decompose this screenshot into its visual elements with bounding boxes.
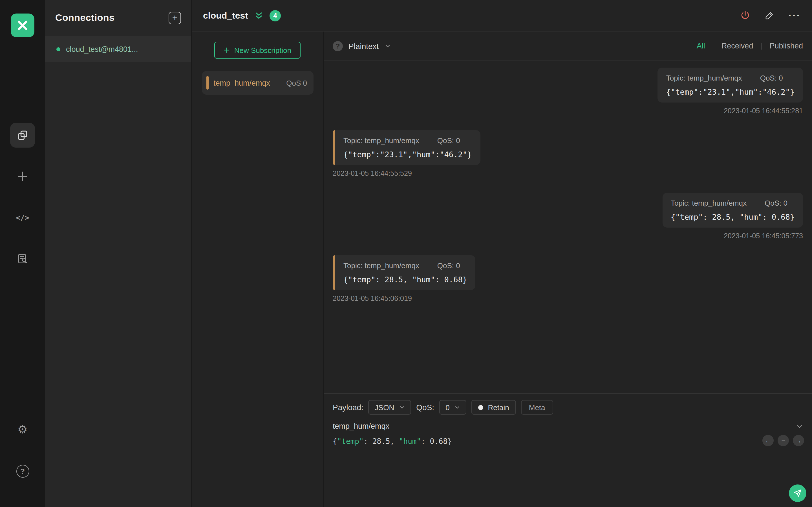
code-icon: </>: [16, 213, 29, 222]
qos-select[interactable]: 0: [439, 400, 466, 414]
retain-toggle[interactable]: Retain: [472, 400, 516, 414]
format-value: Plaintext: [349, 41, 378, 50]
publish-panel: Payload: JSON QoS: 0: [324, 393, 812, 507]
filter-all[interactable]: All: [697, 42, 705, 50]
double-chevron-down-icon: [254, 11, 263, 20]
message-timestamp: 2023-01-05 16:44:55:281: [724, 107, 803, 115]
meta-label: Meta: [529, 403, 545, 411]
chevron-down-icon: [455, 404, 460, 410]
retain-label: Retain: [488, 403, 509, 411]
json-number: 0.68: [430, 437, 448, 446]
connections-panel: Connections + cloud_test@m4801...: [45, 0, 192, 507]
filter-published[interactable]: Published: [769, 42, 803, 50]
message-group-received: Topic: temp_hum/emqx QoS: 0 {"temp":"23.…: [333, 130, 803, 177]
connection-content: New Subscription temp_hum/emqx QoS 0 ? P…: [192, 32, 812, 507]
payload-format-dropdown[interactable]: ? Plaintext: [333, 41, 391, 51]
new-connection-button[interactable]: +: [168, 12, 181, 24]
message-list: Topic: temp_hum/emqx QoS: 0 {"temp":"23.…: [324, 61, 812, 393]
message-payload: {"temp":"23.1","hum":"46.2"}: [666, 87, 795, 96]
message-payload: {"temp": 28.5, "hum": 0.68}: [343, 275, 467, 284]
json-token: :: [421, 437, 430, 446]
nav-log[interactable]: [10, 246, 35, 271]
message-card[interactable]: Topic: temp_hum/emqx QoS: 0 {"temp": 28.…: [662, 193, 803, 228]
message-group-published: Topic: temp_hum/emqx QoS: 0 {"temp": 28.…: [333, 193, 803, 240]
connection-header: cloud_test 4: [192, 0, 812, 32]
json-token: }: [448, 437, 452, 446]
messages-toolbar: ? Plaintext All Received Published: [324, 32, 812, 61]
new-subscription-button[interactable]: New Subscription: [214, 42, 300, 59]
connection-item[interactable]: cloud_test@m4801...: [45, 36, 191, 62]
message-payload: {"temp": 28.5, "hum": 0.68}: [671, 212, 795, 221]
message-meta: Topic: temp_hum/emqx QoS: 0: [671, 199, 795, 207]
plus-icon: [223, 47, 231, 54]
chevron-down-icon[interactable]: [796, 423, 803, 430]
history-pause-button[interactable]: −: [777, 435, 789, 446]
payload-format-value: JSON: [375, 403, 394, 411]
subscription-item[interactable]: temp_hum/emqx QoS 0: [202, 71, 313, 95]
minus-icon: −: [781, 437, 785, 444]
gear-icon: ⚙: [17, 424, 28, 435]
nav-help[interactable]: ?: [10, 459, 35, 483]
retain-dot-icon: [478, 405, 484, 410]
message-card[interactable]: Topic: temp_hum/emqx QoS: 0 {"temp": 28.…: [333, 255, 476, 290]
nav-script[interactable]: </>: [10, 205, 35, 230]
message-meta: Topic: temp_hum/emqx QoS: 0: [343, 262, 467, 270]
nav-settings[interactable]: ⚙: [10, 417, 35, 442]
payload-editor[interactable]: {"temp": 28.5, "hum": 0.68} ← − →: [324, 433, 812, 507]
connections-title: Connections: [55, 12, 114, 24]
collapse-panel-button[interactable]: [254, 11, 263, 20]
help-icon: ?: [16, 464, 29, 477]
meta-button[interactable]: Meta: [521, 400, 553, 414]
payload-editor-line: {"temp": 28.5, "hum": 0.68}: [333, 436, 803, 447]
topic-value: temp_hum/emqx: [333, 422, 389, 431]
nav-new-connection[interactable]: [10, 164, 35, 189]
subscription-topic: temp_hum/emqx: [213, 78, 281, 87]
power-icon: [740, 10, 751, 21]
json-token: ,: [390, 437, 399, 446]
left-nav-rail: </> ⚙ ?: [0, 0, 45, 507]
payload-format-select[interactable]: JSON: [368, 400, 411, 414]
history-next-button[interactable]: →: [793, 435, 804, 446]
connection-header-actions: ···: [740, 10, 801, 21]
topic-input[interactable]: temp_hum/emqx: [324, 418, 812, 433]
connection-name: cloud_test@m4801...: [66, 45, 138, 53]
nav-connections[interactable]: [10, 123, 35, 148]
json-key: "temp": [337, 437, 364, 446]
format-help-icon[interactable]: ?: [333, 41, 343, 51]
connections-list: cloud_test@m4801...: [45, 36, 191, 62]
plus-icon: [16, 170, 29, 182]
publish-controls: Payload: JSON QoS: 0: [324, 394, 812, 418]
message-topic: Topic: temp_hum/emqx: [343, 136, 419, 145]
connection-title: cloud_test: [203, 10, 248, 20]
history-prev-button[interactable]: ←: [762, 435, 774, 446]
connection-header-left: cloud_test 4: [203, 10, 281, 21]
divider: [713, 43, 714, 49]
more-options-button[interactable]: ···: [788, 10, 801, 21]
message-filters: All Received Published: [697, 42, 803, 50]
disconnect-button[interactable]: [740, 10, 751, 21]
send-button[interactable]: [789, 485, 806, 502]
chevron-down-icon: [384, 43, 391, 49]
message-card[interactable]: Topic: temp_hum/emqx QoS: 0 {"temp":"23.…: [333, 130, 480, 165]
connections-header: Connections +: [45, 0, 191, 36]
message-qos: QoS: 0: [437, 262, 460, 270]
edit-connection-button[interactable]: [765, 11, 774, 20]
payload-label: Payload:: [333, 403, 363, 412]
paper-plane-icon: [794, 489, 802, 497]
message-card[interactable]: Topic: temp_hum/emqx QoS: 0 {"temp":"23.…: [658, 68, 803, 103]
app-window: </> ⚙ ? Connections +: [0, 0, 812, 507]
message-group-received: Topic: temp_hum/emqx QoS: 0 {"temp": 28.…: [333, 255, 803, 302]
message-meta: Topic: temp_hum/emqx QoS: 0: [666, 74, 795, 82]
json-key: "hum": [399, 437, 421, 446]
json-token: :: [364, 437, 372, 446]
subscription-qos: QoS 0: [286, 78, 307, 87]
message-topic: Topic: temp_hum/emqx: [343, 262, 419, 270]
message-group-published: Topic: temp_hum/emqx QoS: 0 {"temp":"23.…: [333, 68, 803, 115]
subscriptions-column: New Subscription temp_hum/emqx QoS 0: [192, 32, 324, 507]
filter-received[interactable]: Received: [721, 42, 753, 50]
mqttx-logo[interactable]: [11, 13, 35, 37]
chevron-down-icon: [399, 404, 405, 410]
connected-status-dot: [56, 47, 60, 51]
message-payload: {"temp":"23.1","hum":"46.2"}: [343, 150, 472, 159]
json-token: {: [333, 437, 337, 446]
